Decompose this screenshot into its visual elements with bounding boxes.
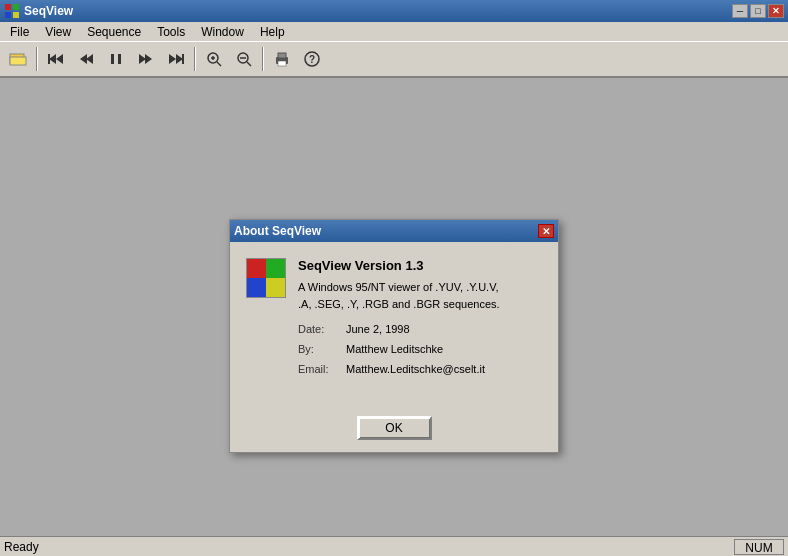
svg-rect-17	[182, 54, 184, 64]
svg-rect-3	[13, 12, 19, 18]
toolbar-separator-3	[262, 47, 264, 71]
menu-view[interactable]: View	[37, 23, 79, 41]
dialog-close-button[interactable]: ✕	[538, 224, 554, 238]
dialog-footer: OK	[230, 408, 558, 452]
icon-yellow	[266, 278, 285, 297]
app-logo-icon	[246, 258, 286, 298]
minimize-button[interactable]: ─	[732, 4, 748, 18]
dialog-title: About SeqView	[234, 224, 538, 238]
svg-marker-13	[145, 54, 152, 64]
menu-window[interactable]: Window	[193, 23, 252, 41]
step-back-button[interactable]	[72, 45, 100, 73]
app-title: SeqView	[24, 4, 732, 18]
menu-tools[interactable]: Tools	[149, 23, 193, 41]
svg-rect-12	[118, 54, 121, 64]
svg-rect-8	[48, 54, 50, 64]
svg-rect-2	[5, 12, 11, 18]
menu-help[interactable]: Help	[252, 23, 293, 41]
title-bar: SeqView ─ □ ✕	[0, 0, 788, 22]
about-dialog: About SeqView ✕ SeqView Version 1.3	[229, 219, 559, 452]
dialog-overlay: About SeqView ✕ SeqView Version 1.3	[0, 156, 788, 516]
email-label: Email:	[298, 360, 346, 380]
dialog-meta: Date: June 2, 1998 By: Matthew Leditschk…	[298, 320, 542, 379]
window-controls: ─ □ ✕	[732, 4, 784, 18]
svg-rect-5	[10, 57, 26, 65]
main-area: SoftSea.com About SeqView ✕	[0, 78, 788, 536]
svg-marker-16	[169, 54, 176, 64]
svg-rect-1	[13, 4, 19, 10]
by-value: Matthew Leditschke	[346, 340, 443, 360]
menu-file[interactable]: File	[2, 23, 37, 41]
dialog-title-bar: About SeqView ✕	[230, 220, 558, 242]
svg-marker-14	[139, 54, 146, 64]
svg-rect-11	[111, 54, 114, 64]
close-button[interactable]: ✕	[768, 4, 784, 18]
svg-text:?: ?	[309, 54, 315, 65]
app-version: SeqView Version 1.3	[298, 258, 542, 273]
svg-line-23	[247, 62, 251, 66]
skip-back-button[interactable]	[42, 45, 70, 73]
zoom-out-button[interactable]	[230, 45, 258, 73]
email-row: Email: Matthew.Leditschke@cselt.it	[298, 360, 542, 380]
app-icon	[4, 3, 20, 19]
help-button[interactable]: ?	[298, 45, 326, 73]
toolbar: ?	[0, 42, 788, 78]
svg-marker-10	[86, 54, 93, 64]
num-indicator: NUM	[734, 539, 784, 555]
skip-forward-button[interactable]	[162, 45, 190, 73]
icon-red	[247, 259, 266, 278]
date-row: Date: June 2, 1998	[298, 320, 542, 340]
maximize-button[interactable]: □	[750, 4, 766, 18]
svg-marker-9	[80, 54, 87, 64]
status-bar: Ready NUM	[0, 536, 788, 556]
toolbar-separator-2	[194, 47, 196, 71]
menu-bar: File View Sequence Tools Window Help	[0, 22, 788, 42]
svg-rect-27	[278, 61, 286, 66]
ok-button[interactable]: OK	[357, 416, 432, 440]
dialog-info: SeqView Version 1.3 A Windows 95/NT view…	[298, 258, 542, 379]
svg-marker-7	[56, 54, 63, 64]
icon-blue	[247, 278, 266, 297]
toolbar-separator-1	[36, 47, 38, 71]
email-value: Matthew.Leditschke@cselt.it	[346, 360, 485, 380]
pause-button[interactable]	[102, 45, 130, 73]
app-description: A Windows 95/NT viewer of .YUV, .Y.U.V,.…	[298, 279, 542, 312]
zoom-in-button[interactable]	[200, 45, 228, 73]
menu-sequence[interactable]: Sequence	[79, 23, 149, 41]
date-label: Date:	[298, 320, 346, 340]
step-forward-button[interactable]	[132, 45, 160, 73]
icon-green	[266, 259, 285, 278]
date-value: June 2, 1998	[346, 320, 410, 340]
svg-marker-15	[176, 54, 183, 64]
dialog-content: SeqView Version 1.3 A Windows 95/NT view…	[246, 258, 542, 379]
open-button[interactable]	[4, 45, 32, 73]
svg-rect-0	[5, 4, 11, 10]
svg-line-19	[217, 62, 221, 66]
status-text: Ready	[4, 540, 734, 554]
by-label: By:	[298, 340, 346, 360]
svg-marker-6	[49, 54, 56, 64]
svg-rect-26	[278, 53, 286, 58]
dialog-body: SeqView Version 1.3 A Windows 95/NT view…	[230, 242, 558, 407]
print-button[interactable]	[268, 45, 296, 73]
by-row: By: Matthew Leditschke	[298, 340, 542, 360]
